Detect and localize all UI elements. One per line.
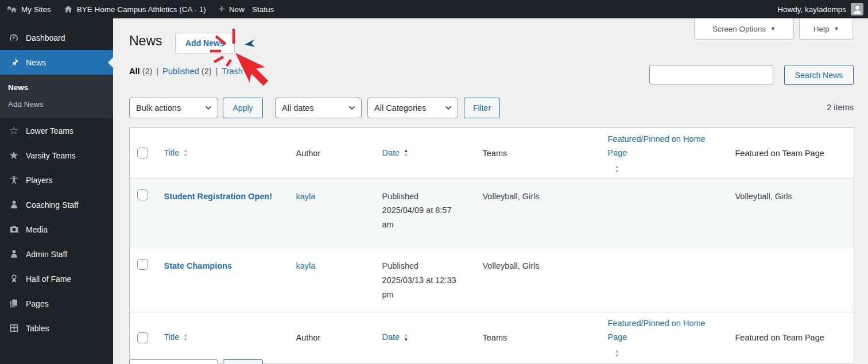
- sidebar-item-label: Media: [26, 225, 48, 234]
- table-icon: [8, 323, 20, 334]
- category-filter-select[interactable]: All Categories: [367, 98, 458, 118]
- sidebar-item-label: Lower Teams: [26, 126, 73, 135]
- submenu-item-add-news[interactable]: Add News: [0, 96, 113, 113]
- filter-separator: |: [156, 67, 158, 76]
- post-featured-home: [602, 179, 730, 249]
- businessperson-icon: [8, 249, 20, 260]
- cursor-icon: [245, 40, 255, 47]
- sidebar-item-coaching-staff[interactable]: Coaching Staff: [0, 192, 113, 217]
- search-news-button[interactable]: Search News: [784, 65, 854, 85]
- post-date: Published 2025/04/09 at 8:57 am: [377, 179, 477, 249]
- sort-featured-home-header[interactable]: Featured/Pinned on Home Page: [608, 133, 724, 160]
- sort-date-header[interactable]: Date: [382, 146, 400, 160]
- sidebar-item-dashboard[interactable]: Dashboard: [0, 25, 113, 50]
- submenu-item-news[interactable]: News: [0, 79, 113, 96]
- sidebar-item-players[interactable]: Players: [0, 168, 113, 192]
- sidebar-item-hall-of-fame[interactable]: Hall of Fame: [0, 266, 113, 291]
- main-content: Screen Options ▼ Help ▼ News Add News Al…: [113, 18, 868, 364]
- featured-team-header: Featured on Team Page: [730, 312, 854, 363]
- screen-options-button[interactable]: Screen Options ▼: [694, 18, 794, 40]
- select-all-checkbox[interactable]: [137, 148, 148, 158]
- bulk-actions-select-bottom[interactable]: Bulk actions: [129, 359, 218, 364]
- camera-icon: [8, 224, 20, 235]
- sort-title-header[interactable]: Title: [164, 331, 180, 344]
- author-link[interactable]: kayla: [296, 192, 316, 201]
- sidebar-item-label: Tables: [26, 324, 49, 333]
- filter-all-link[interactable]: All (2): [129, 67, 152, 76]
- screen-options-label: Screen Options: [712, 25, 766, 33]
- page-title: News: [129, 33, 162, 49]
- teams-header: Teams: [477, 128, 602, 179]
- sort-arrows-icon: ▲▼: [183, 149, 188, 158]
- sidebar-item-lower-teams[interactable]: ☆ Lower Teams: [0, 118, 113, 143]
- help-label: Help: [813, 25, 830, 33]
- table-row: State Champions kayla Published 2025/03/…: [130, 249, 854, 312]
- sidebar-item-tables[interactable]: Tables: [0, 316, 113, 340]
- sidebar-item-label: Coaching Staff: [26, 200, 79, 210]
- select-all-checkbox[interactable]: [137, 332, 148, 343]
- sidebar-item-media[interactable]: Media: [0, 217, 113, 242]
- apply-button[interactable]: Apply: [223, 98, 263, 118]
- sort-arrows-icon: ▲▼: [615, 165, 619, 174]
- sidebar-item-pages[interactable]: Pages: [0, 291, 113, 316]
- news-list-table: Title▲▼ Author Date▲▼ Teams Featured/Pin…: [129, 127, 854, 363]
- chevron-down-icon: [348, 106, 355, 110]
- multisite-icon: [6, 5, 17, 14]
- sidebar-item-label: Dashboard: [26, 33, 65, 42]
- person-icon: [8, 175, 20, 186]
- date-filter-value: All dates: [282, 103, 314, 113]
- help-button[interactable]: Help ▼: [799, 18, 853, 40]
- admin-bar: My Sites BYE Home Campus Athletics (CA -…: [0, 0, 868, 18]
- post-title-link[interactable]: State Champions: [164, 261, 232, 270]
- add-news-button-label: Add News: [185, 38, 224, 48]
- filter-button[interactable]: Filter: [464, 98, 500, 118]
- new-content-menu[interactable]: + New: [212, 0, 251, 18]
- post-title-link[interactable]: Student Registration Open!: [164, 192, 273, 201]
- author-link[interactable]: kayla: [296, 261, 316, 270]
- table-footer-row: Title▲▼ Author Date▲▼ Teams Featured/Pin…: [130, 312, 854, 363]
- filter-published-link[interactable]: Published (2): [162, 67, 211, 76]
- add-news-button[interactable]: Add News: [175, 33, 235, 53]
- chevron-down-icon: [205, 106, 212, 110]
- award-icon: [8, 273, 20, 285]
- sort-date-header[interactable]: Date: [382, 331, 400, 344]
- plus-icon: +: [219, 3, 225, 14]
- search-input[interactable]: [649, 65, 773, 84]
- filter-trash-link[interactable]: Trash (1): [222, 67, 255, 76]
- new-label: New: [229, 5, 245, 14]
- sort-arrows-icon: ▲▼: [404, 149, 408, 158]
- row-checkbox[interactable]: [137, 259, 148, 270]
- star-filled-icon: ★: [8, 150, 20, 161]
- row-checkbox[interactable]: [137, 189, 148, 200]
- sort-featured-home-header[interactable]: Featured/Pinned on Home Page: [608, 317, 724, 344]
- current-site-menu[interactable]: BYE Home Campus Athletics (CA - 1): [57, 0, 212, 18]
- post-teams: Volleyball, Girls: [477, 179, 602, 249]
- sidebar-item-news[interactable]: News: [0, 50, 113, 75]
- bulk-actions-select[interactable]: Bulk actions: [129, 98, 218, 118]
- table-header-row: Title▲▼ Author Date▲▼ Teams Featured/Pin…: [130, 128, 854, 179]
- my-sites-menu[interactable]: My Sites: [0, 0, 57, 18]
- howdy-account-link[interactable]: Howdy, kaylademps: [777, 5, 846, 14]
- post-featured-home: [602, 249, 730, 312]
- chevron-down-icon: ▼: [834, 26, 839, 32]
- item-count: 2 items: [827, 103, 854, 112]
- star-outline-icon: ☆: [8, 125, 20, 137]
- featured-team-header: Featured on Team Page: [730, 128, 854, 179]
- sidebar-item-varsity-teams[interactable]: ★ Varsity Teams: [0, 143, 113, 168]
- sort-title-header[interactable]: Title: [164, 146, 180, 160]
- sidebar-item-label: Hall of Fame: [26, 274, 71, 284]
- pages-icon: [8, 298, 20, 309]
- sidebar-item-admin-staff[interactable]: Admin Staff: [0, 242, 113, 266]
- news-submenu: News Add News: [0, 75, 113, 118]
- date-filter-select[interactable]: All dates: [275, 98, 362, 118]
- author-header: Author: [290, 128, 377, 179]
- post-date: Published 2025/03/13 at 12:33 pm: [377, 249, 477, 312]
- user-avatar[interactable]: [851, 3, 863, 16]
- author-header: Author: [290, 312, 377, 363]
- filter-separator: |: [216, 67, 218, 76]
- status-menu[interactable]: Status: [251, 0, 280, 18]
- home-icon: [64, 5, 73, 14]
- site-name: BYE Home Campus Athletics (CA - 1): [77, 5, 206, 14]
- apply-button-bottom[interactable]: Apply: [223, 359, 263, 364]
- table-toolbar: Bulk actions Apply All dates All Categor…: [129, 98, 854, 118]
